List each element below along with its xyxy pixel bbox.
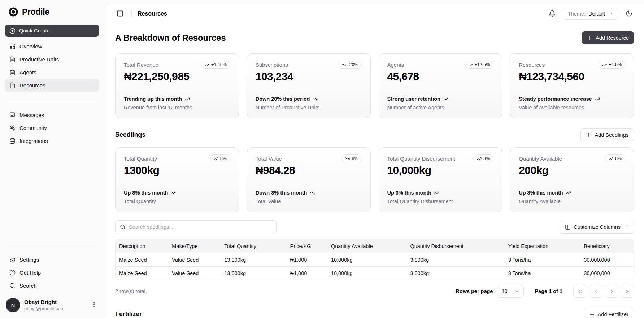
avatar-initial: N — [11, 302, 15, 308]
next-page-button[interactable] — [605, 285, 618, 298]
sidebar: Prodile Quick Create Overview Productive… — [0, 0, 105, 318]
seedlings-table-wrap: Description Make/Type Total Quantity Pri… — [115, 239, 634, 280]
trending-up-icon — [468, 62, 473, 67]
sidebar-item-messages[interactable]: Messages — [5, 108, 99, 121]
add-seedlings-button[interactable]: Add Seedlings — [580, 128, 634, 141]
sidebar-item-overview[interactable]: Overview — [5, 40, 99, 53]
seedlings-search[interactable] — [115, 220, 277, 234]
cell-quantity-available: 10,000kg — [327, 266, 407, 280]
search-icon — [9, 283, 16, 289]
add-resource-button[interactable]: Add Resource — [582, 31, 634, 44]
trending-down-icon — [309, 190, 315, 196]
col-make-type: Make/Type — [168, 239, 221, 253]
trending-up-icon — [595, 96, 600, 102]
content: A Breakdown of Resources Add Resource To… — [105, 24, 644, 318]
seedlings-cards: Total Quantity 8% 1300kg Up 8% this mont… — [115, 147, 634, 212]
badge-value: +12.5% — [475, 62, 490, 67]
card-value: ₦984.28 — [256, 164, 362, 177]
clipboard-icon — [9, 69, 16, 75]
dark-mode-toggle[interactable] — [623, 8, 635, 19]
plus-icon — [586, 132, 592, 138]
sidebar-nav-secondary: Messages Community Integrations — [5, 108, 99, 147]
trending-up-icon — [602, 62, 607, 67]
chevron-down-icon — [623, 225, 628, 230]
sidebar-toggle-button[interactable] — [114, 8, 126, 19]
sidebar-item-community[interactable]: Community — [5, 121, 99, 134]
customize-columns-label: Customize Columns — [574, 224, 621, 230]
card-trend-text: Up 8% this month — [124, 190, 168, 196]
page-title: A Breakdown of Resources — [115, 33, 226, 43]
trend-badge: 8% — [341, 154, 362, 162]
rows-per-page-value: 10 — [501, 288, 507, 294]
card-subtext: Number of Productive Units — [256, 105, 362, 110]
seedlings-card-quantity-disbursement: Total Quantity Disbursement 3% 10,000kg … — [379, 147, 502, 212]
sidebar-item-settings[interactable]: Settings — [5, 253, 99, 266]
sidebar-item-get-help[interactable]: Get Help — [5, 266, 99, 279]
user-name: Obayi Bright — [24, 299, 86, 305]
sidebar-item-label: Settings — [19, 257, 39, 263]
dashboard-grid-icon — [9, 43, 16, 49]
add-seedlings-label: Add Seedlings — [595, 132, 628, 138]
table-row[interactable]: Maize Seed Value Seed 13,000kg ₦1,000 10… — [116, 253, 634, 266]
topbar-title: Resources — [138, 10, 167, 17]
sidebar-item-integrations[interactable]: Integrations — [5, 134, 99, 147]
trend-badge: +12.5% — [465, 61, 494, 69]
chevrons-left-icon — [577, 289, 583, 294]
rows-per-page-select[interactable]: 10 — [497, 285, 524, 298]
user-profile[interactable]: N Obayi Bright obayi@prodile.com — [5, 298, 99, 312]
sidebar-item-agents[interactable]: Agents — [5, 66, 99, 79]
card-value: 10,000kg — [387, 164, 494, 177]
columns-icon — [565, 224, 571, 230]
user-menu-button[interactable] — [90, 300, 99, 310]
last-page-button[interactable] — [621, 285, 634, 298]
add-fertilizer-button[interactable]: Add Fertilizer — [584, 308, 634, 318]
col-price-kg: Price/KG — [287, 239, 327, 253]
badge-value: 8% — [220, 156, 227, 161]
col-description: Description — [116, 239, 168, 253]
sidebar-item-label: Agents — [19, 69, 36, 75]
cell-quantity-disbursement: 3,000kg — [406, 266, 504, 280]
card-label: Quantity Available — [519, 154, 562, 162]
card-trend-text: Trending up this month — [124, 96, 182, 102]
card-label: Total Revenue — [124, 61, 158, 68]
badge-value: -20% — [348, 62, 358, 67]
customize-columns-button[interactable]: Customize Columns — [560, 221, 634, 234]
trending-up-icon — [214, 156, 218, 161]
stat-card-subscriptions: Subscriptions -20% 103,234 Down 20% this… — [247, 53, 371, 118]
trending-down-icon — [312, 96, 318, 102]
trend-badge: 8% — [210, 154, 230, 162]
file-icon — [9, 82, 16, 88]
add-fertilizer-label: Add Fertilizer — [598, 312, 628, 317]
moon-icon — [626, 10, 632, 17]
cell-beneficiary: 30,000,000 — [580, 266, 634, 280]
seedlings-title: Seedlings — [115, 131, 145, 139]
card-subtext: Number of active Agents — [387, 105, 494, 110]
seedlings-search-input[interactable] — [129, 224, 272, 230]
theme-selector[interactable]: Theme: Default — [563, 8, 618, 20]
card-trend-text: Up 8% this month — [519, 190, 563, 196]
sidebar-item-search[interactable]: Search — [5, 279, 99, 292]
cell-quantity-disbursement: 3,000kg — [406, 253, 504, 266]
cell-yield-expectation: 3 Tons/ha — [505, 266, 580, 280]
sidebar-spacer — [5, 147, 99, 242]
cell-price-kg: ₦1,000 — [287, 253, 327, 266]
card-subtext: Revenue from last 12 months — [124, 105, 230, 110]
sidebar-item-resources[interactable]: Resources — [5, 79, 99, 92]
badge-value: 8% — [352, 156, 358, 161]
plus-icon — [589, 312, 595, 317]
sidebar-item-productive-units[interactable]: Productive Units — [5, 53, 99, 66]
first-page-button[interactable] — [573, 285, 586, 298]
user-email: obayi@prodile.com — [24, 306, 86, 311]
seedlings-toolbar: Customize Columns — [115, 220, 634, 234]
table-row[interactable]: Maize Seed Value Seed 13,000kg ₦1,000 10… — [116, 266, 634, 280]
sidebar-item-label: Overview — [19, 43, 42, 49]
seedlings-card-total-value: Total Value 8% ₦984.28 Down 8% this mont… — [247, 147, 371, 212]
notifications-button[interactable] — [547, 8, 558, 19]
card-subtext: Value of available resources — [519, 105, 625, 110]
quick-create-button[interactable]: Quick Create — [5, 25, 99, 37]
chevrons-right-icon — [625, 289, 630, 294]
stat-card-total-revenue: Total Revenue +12.5% ₦221,250,985 Trendi… — [115, 53, 239, 118]
previous-page-button[interactable] — [589, 285, 602, 298]
trending-up-icon — [434, 190, 439, 196]
table-header: Description Make/Type Total Quantity Pri… — [116, 239, 634, 253]
